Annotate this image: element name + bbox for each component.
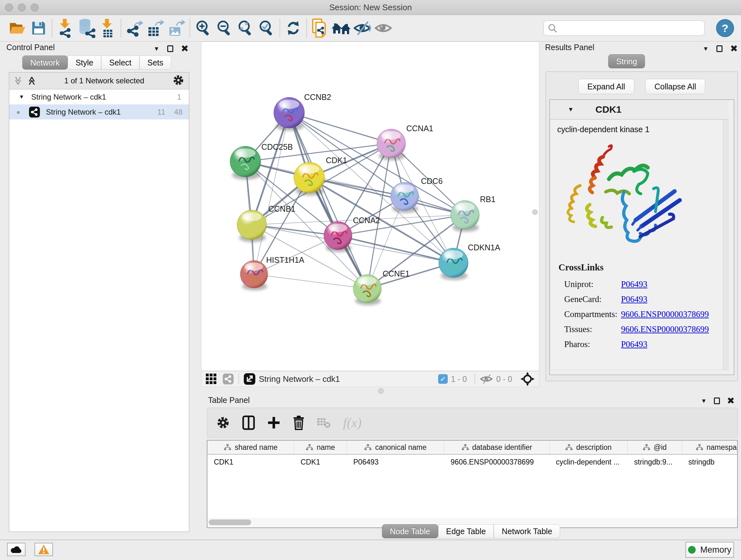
export-image-icon[interactable] (166, 17, 187, 39)
help-button[interactable]: ? (716, 19, 734, 37)
search-input[interactable] (543, 20, 704, 36)
table-cell: stringdb (682, 458, 738, 466)
show-eye-icon[interactable] (373, 17, 394, 39)
network-node-cdkn1a[interactable]: CDKN1A (439, 243, 500, 280)
horizontal-splitter-handle[interactable] (378, 388, 384, 394)
float-panel-icon[interactable] (717, 45, 723, 52)
panel-menu-icon[interactable]: ▼ (703, 45, 709, 52)
selected-checkbox-icon[interactable]: ✓ (438, 374, 448, 384)
close-panel-icon[interactable]: ✖ (730, 44, 738, 53)
houses-icon[interactable] (331, 17, 352, 39)
crosslink-value-link[interactable]: P06493 (621, 294, 648, 304)
panel-menu-icon[interactable]: ▼ (701, 397, 707, 405)
zoom-in-icon[interactable] (193, 17, 214, 39)
selected-node-edge-counts: 1 - 0 (451, 374, 467, 384)
close-panel-icon[interactable]: ✖ (727, 396, 735, 406)
network-view-canvas[interactable]: CCNB2CCNA1CDC25BCDK1CDC6RB1CCNB1CCNA2CDK… (201, 42, 539, 371)
node-section-header[interactable]: ▼ CDK1 (550, 100, 729, 119)
zoom-fit-icon[interactable] (235, 17, 256, 39)
column-header--id[interactable]: @id (628, 441, 682, 454)
create-column-plus-icon[interactable] (267, 416, 280, 429)
network-node-ccnb2[interactable]: CCNB2 (274, 92, 331, 131)
network-node-rb1[interactable]: RB1 (451, 195, 495, 232)
open-in-new-window-icon[interactable] (244, 373, 256, 385)
tab-node-table[interactable]: Node Table (382, 524, 438, 538)
import-network-database-icon[interactable] (76, 17, 97, 39)
tree-expander-icon[interactable]: ▼ (19, 94, 24, 100)
network-node-ccne1[interactable]: CCNE1 (353, 269, 410, 305)
save-session-icon[interactable] (28, 17, 49, 39)
section-expander-icon[interactable]: ▼ (568, 106, 574, 113)
zoom-selected-icon[interactable] (256, 17, 277, 39)
column-header-canonical-name[interactable]: canonical name (347, 441, 444, 454)
zoom-out-icon[interactable] (214, 17, 235, 39)
network-collection-row[interactable]: ▼ String Network – cdk1 1 (9, 89, 189, 105)
tab-sets[interactable]: Sets (139, 56, 172, 70)
cloud-icon (10, 545, 23, 554)
refresh-layout-icon[interactable] (283, 17, 304, 39)
tab-edge-table[interactable]: Edge Table (438, 524, 494, 538)
network-node-hist1h1a[interactable]: HIST1H1A (240, 255, 305, 291)
column-header-shared-name[interactable]: shared name (207, 441, 294, 454)
network-node-ccna1[interactable]: CCNA1 (377, 124, 433, 160)
export-table-icon[interactable] (145, 17, 166, 39)
import-table-icon[interactable] (97, 17, 118, 39)
collection-count: 1 (177, 92, 181, 102)
show-columns-icon[interactable] (242, 415, 255, 430)
tab-style[interactable]: Style (68, 56, 102, 70)
crosslink-value-link[interactable]: P06493 (621, 339, 648, 349)
share-network-icon[interactable] (222, 373, 234, 385)
crosslink-label: Tissues: (564, 324, 618, 334)
crosslink-row: Pharos:P06493 (564, 337, 725, 352)
vertical-splitter-handle[interactable] (532, 209, 538, 215)
delete-column-trash-icon[interactable] (293, 415, 305, 430)
float-panel-icon[interactable] (167, 45, 173, 52)
column-header-namespace[interactable]: namespace (682, 441, 738, 454)
clone-network-document-icon[interactable] (310, 17, 331, 39)
export-network-icon[interactable] (124, 17, 145, 39)
cloud-button[interactable] (7, 543, 25, 556)
panel-menu-icon[interactable]: ▼ (153, 45, 159, 52)
column-header-name[interactable]: name (294, 441, 347, 454)
node-label: CDC25B (261, 142, 293, 151)
hidden-eye-slash-icon[interactable] (480, 374, 493, 384)
hide-selection-eye-slash-icon[interactable] (352, 17, 373, 39)
crosslink-value-link[interactable]: 9606.ENSP00000378699 (621, 324, 709, 334)
tab-string[interactable]: String (608, 54, 645, 68)
open-session-icon[interactable] (7, 17, 28, 39)
tab-network-table[interactable]: Network Table (494, 524, 560, 538)
table-row[interactable]: CDK1CDK1P064939606.ENSP00000378699cyclin… (207, 455, 737, 469)
grid-view-icon[interactable] (206, 374, 217, 384)
collapse-all-button[interactable]: Collapse All (645, 79, 705, 94)
node-description: cyclin-dependent kinase 1 (557, 125, 650, 134)
network-node-cdk1[interactable]: CDK1 (294, 156, 347, 196)
network-row-selected[interactable]: ● String Network – cdk1 11 48 (9, 105, 189, 119)
crosslink-value-link[interactable]: P06493 (621, 279, 648, 289)
birdseye-crosshair-icon[interactable] (521, 372, 535, 386)
expand-all-button[interactable]: Expand All (578, 79, 634, 94)
hidden-node-edge-counts: 0 - 0 (496, 374, 512, 384)
warning-button[interactable] (35, 543, 53, 556)
network-options-gear-icon[interactable] (172, 74, 185, 87)
network-graph[interactable]: CCNB2CCNA1CDC25BCDK1CDC6RB1CCNB1CCNA2CDK… (201, 42, 539, 371)
control-panel-title: Control Panel (6, 43, 55, 52)
import-network-file-icon[interactable] (55, 17, 76, 39)
close-panel-icon[interactable]: ✖ (181, 44, 189, 53)
results-scrollbar[interactable] (723, 120, 728, 370)
column-header-database-identifier[interactable]: database identifier (444, 441, 549, 454)
collapse-all-networks-icon[interactable]: ≫ (13, 76, 23, 85)
memory-button[interactable]: Memory (685, 542, 734, 558)
tab-network[interactable]: Network (22, 56, 68, 70)
crosslink-label: Uniprot: (564, 279, 618, 289)
float-panel-icon[interactable] (714, 397, 720, 404)
tab-select[interactable]: Select (101, 56, 139, 70)
main-toolbar: ? (0, 15, 741, 42)
column-header-description[interactable]: description (549, 441, 628, 454)
table-options-gear-icon[interactable] (216, 416, 230, 430)
memory-label: Memory (700, 545, 731, 555)
table-toolbar: f(x) (207, 408, 738, 438)
expand-all-networks-icon[interactable]: ≫ (26, 76, 37, 85)
crosslink-row: Uniprot:P06493 (564, 277, 725, 292)
crosslink-value-link[interactable]: 9606.ENSP00000378699 (621, 309, 709, 319)
network-tree: ▼ String Network – cdk1 1 ● String Netwo… (9, 89, 189, 532)
